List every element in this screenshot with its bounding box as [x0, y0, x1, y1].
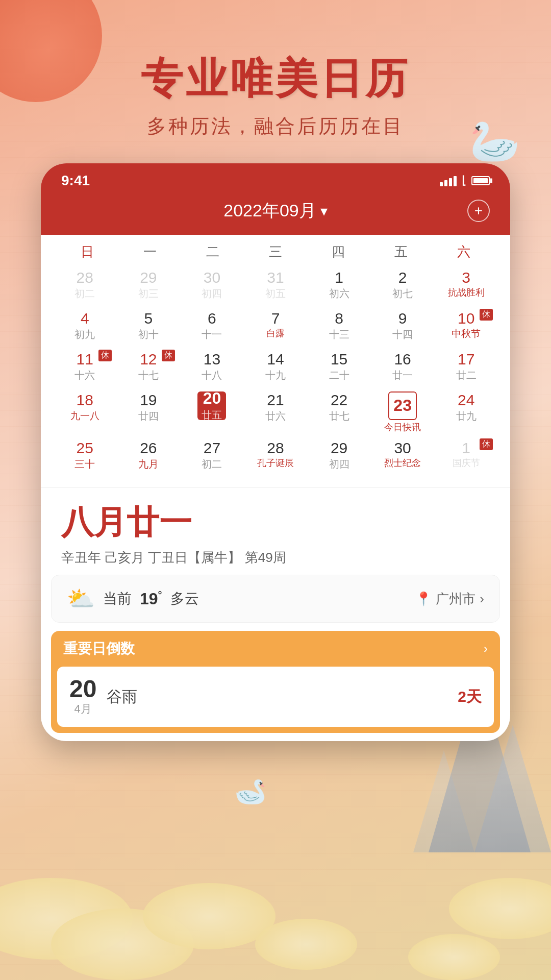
countdown-day-num: 20: [69, 677, 96, 701]
countdown-month: 4月: [69, 701, 96, 717]
cal-day-29[interactable]: 29 初四: [307, 436, 371, 477]
cal-day-5[interactable]: 5 初十: [117, 307, 181, 348]
cal-day-20-selected[interactable]: 20 廿五: [180, 388, 244, 436]
crane-bottom-icon: 🦢: [235, 777, 266, 806]
holiday-badge-10: 休: [480, 309, 493, 321]
weekday-headers: 日 一 二 三 四 五 六: [51, 235, 500, 266]
cal-day-4[interactable]: 4 初九: [53, 307, 117, 348]
signal-icon: [440, 175, 457, 186]
battery-icon: [471, 176, 490, 185]
weekday-thu: 四: [307, 243, 369, 261]
cal-day-18[interactable]: 18 九一八: [53, 388, 117, 436]
countdown-days-left: 2天: [458, 687, 482, 707]
cal-day-10[interactable]: 休 10 中秋节: [434, 307, 498, 348]
cal-day-24[interactable]: 24 廿九: [434, 388, 498, 436]
weather-left: ⛅ 当前 19° 多云: [67, 585, 199, 612]
weekday-fri: 五: [369, 243, 432, 261]
cal-day-11[interactable]: 休 11 十六: [53, 348, 117, 388]
weekday-wed: 三: [244, 243, 307, 261]
weekday-sat: 六: [432, 243, 495, 261]
holiday-badge-12: 休: [162, 350, 175, 361]
weather-condition: 多云: [170, 589, 199, 608]
cal-day-28-prev[interactable]: 28 初二: [53, 266, 117, 307]
calendar-month-title[interactable]: 2022年09月: [223, 199, 316, 223]
cal-day-7[interactable]: 7 白露: [244, 307, 308, 348]
lunar-date-big: 八月廿一: [61, 500, 490, 545]
calendar-body: 日 一 二 三 四 五 六 28 初二 29 初三 30 初四 31: [41, 235, 510, 487]
location-icon: 📍: [415, 591, 432, 607]
cal-day-23-today[interactable]: 23 今日快讯: [371, 388, 435, 436]
countdown-title: 重要日倒数: [63, 639, 135, 658]
weekday-sun: 日: [56, 243, 119, 261]
cal-day-21[interactable]: 21 廿六: [244, 388, 308, 436]
cal-day-31-prev[interactable]: 31 初五: [244, 266, 308, 307]
lunar-display: 八月廿一 辛丑年 己亥月 丁丑日【属牛】 第49周: [41, 487, 510, 575]
weather-location: 广州市: [436, 590, 475, 608]
headline-main: 专业唯美日历: [0, 51, 551, 107]
cal-day-22[interactable]: 22 廿七: [307, 388, 371, 436]
cal-day-30-prev[interactable]: 30 初四: [180, 266, 244, 307]
cal-day-19[interactable]: 19 廿四: [117, 388, 181, 436]
cal-day-28[interactable]: 28 孔子诞辰: [244, 436, 308, 477]
weather-bar[interactable]: ⛅ 当前 19° 多云 📍 广州市 ›: [51, 575, 500, 623]
cal-day-25[interactable]: 25 三十: [53, 436, 117, 477]
cal-day-17[interactable]: 17 廿二: [434, 348, 498, 388]
cal-day-13[interactable]: 13 十八: [180, 348, 244, 388]
calendar-dropdown-icon[interactable]: ▾: [320, 203, 328, 219]
cal-day-9[interactable]: 9 十四: [371, 307, 435, 348]
cal-day-12[interactable]: 休 12 十七: [117, 348, 181, 388]
headline-sub: 多种历法，融合后历历在目: [0, 113, 551, 139]
countdown-event-name: 谷雨: [107, 687, 458, 707]
cal-day-14[interactable]: 14 十九: [244, 348, 308, 388]
cal-day-6[interactable]: 6 十一: [180, 307, 244, 348]
weather-prefix: 当前: [103, 589, 132, 608]
calendar-grid: 28 初二 29 初三 30 初四 31 初五 1 初六 2 初七: [51, 266, 500, 477]
weather-icon: ⛅: [67, 585, 95, 612]
countdown-arrow: ›: [484, 642, 488, 656]
weather-temperature: 19°: [140, 589, 162, 608]
headline-area: 专业唯美日历 多种历法，融合后历历在目: [0, 51, 551, 139]
countdown-date-block: 20 4月: [69, 677, 96, 717]
cal-day-1[interactable]: 1 初六: [307, 266, 371, 307]
weather-location-arrow: ›: [480, 591, 484, 607]
cal-day-26[interactable]: 26 九月: [117, 436, 181, 477]
add-event-button[interactable]: +: [467, 200, 490, 222]
wifi-icon: ⌊: [462, 174, 466, 187]
cal-day-2[interactable]: 2 初七: [371, 266, 435, 307]
weekday-tue: 二: [182, 243, 244, 261]
cloud-decoration: [0, 786, 551, 980]
lunar-detail: 辛丑年 己亥月 丁丑日【属牛】 第49周: [61, 549, 490, 567]
holiday-badge-11: 休: [98, 350, 112, 361]
cal-day-8[interactable]: 8 十三: [307, 307, 371, 348]
countdown-header: 重要日倒数 ›: [51, 631, 500, 667]
cal-day-27[interactable]: 27 初二: [180, 436, 244, 477]
status-time: 9:41: [61, 173, 90, 189]
phone-mockup: 9:41 ⌊ 2022年09月 ▾ + 日 一 二 三: [41, 163, 510, 741]
cal-day-15[interactable]: 15 二十: [307, 348, 371, 388]
weekday-mon: 一: [119, 243, 182, 261]
cal-day-30[interactable]: 30 烈士纪念: [371, 436, 435, 477]
countdown-section[interactable]: 重要日倒数 › 20 4月 谷雨 2天: [51, 631, 500, 733]
cal-day-1-next[interactable]: 休 1 国庆节: [434, 436, 498, 477]
cal-day-16[interactable]: 16 廿一: [371, 348, 435, 388]
countdown-item-0[interactable]: 20 4月 谷雨 2天: [57, 667, 494, 727]
status-icons: ⌊: [440, 174, 490, 187]
holiday-badge-next1: 休: [480, 438, 493, 450]
cal-day-29-prev[interactable]: 29 初三: [117, 266, 181, 307]
status-bar: 9:41 ⌊: [41, 163, 510, 194]
cal-day-3[interactable]: 3 抗战胜利: [434, 266, 498, 307]
calendar-header: 2022年09月 ▾ +: [41, 194, 510, 235]
weather-right[interactable]: 📍 广州市 ›: [415, 590, 484, 608]
